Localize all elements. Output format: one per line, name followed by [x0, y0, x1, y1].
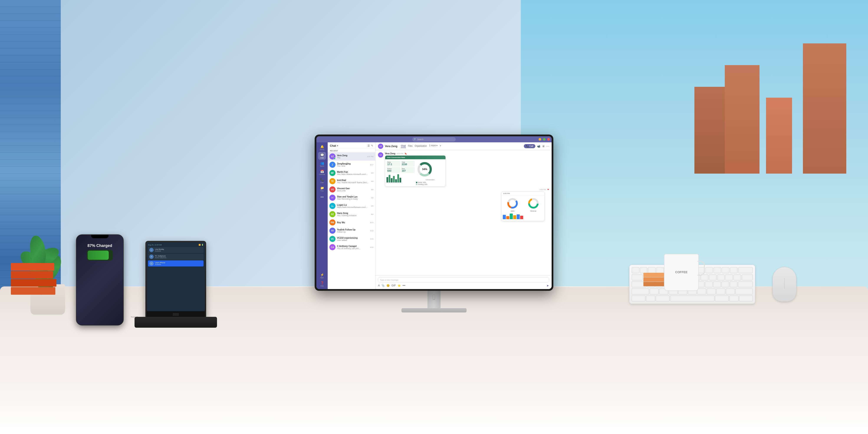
sidebar-item-more[interactable]: ••• [318, 193, 326, 201]
chat-item-martin-fan[interactable]: MF Martin Fan You: https://teams.microso… [328, 169, 375, 177]
chart-time: 3:55 PM [503, 192, 510, 194]
book-3 [11, 279, 56, 287]
chat-item-stan-yanjin[interactable]: SY Stan and Yanjin Lyu Stan Recording is… [328, 193, 375, 202]
chat-preview: You: Hi Anthony, can you... [337, 247, 369, 250]
avatar-roy-wu: RW [330, 219, 336, 225]
chat-header: VZ Vera Zeng Chat Files Organization 1 m… [375, 142, 552, 150]
tab-chat[interactable]: Chat [401, 144, 406, 148]
avatar-yealink-followup: YF [330, 228, 336, 234]
panel-title: Chat ▾ [330, 144, 338, 147]
books-stack-left [11, 263, 56, 295]
attach-button[interactable]: 📎 [381, 284, 385, 287]
device-contact-item-3[interactable]: L Lisa's iPhone Available [148, 260, 204, 267]
sidebar-item-calls[interactable]: 📞 Calls [318, 177, 326, 184]
msg-sender-name: Vera Zeng [385, 152, 395, 155]
iphone-notch [91, 235, 108, 238]
chat-preview: Follow Up [337, 231, 369, 233]
avatar-stan-yanjin: SY [330, 195, 336, 201]
device-contact-item-2[interactable]: P PC Softphone Active softphone... [148, 254, 204, 260]
iphone-screen: 87% Charged [87, 244, 113, 262]
speaker-hole-2 [174, 313, 174, 316]
key [650, 288, 659, 294]
chat-info-roy-wu: Roy Wu [337, 221, 369, 224]
chat-item-hans-zeng[interactable]: HZ Hans Zeng You: Training invitation 6/… [328, 210, 375, 218]
chat-info-zengfangjing: Zengfangjing You: vera [337, 162, 369, 167]
more-options-button[interactable]: ⋯ [547, 145, 549, 148]
message-group-2: 3:55 PM ❤ 3:55 PM [378, 188, 549, 221]
minimize-button[interactable] [538, 138, 541, 141]
chat-item-zengfangjing[interactable]: Z Zengfangjing You: vera 6/17 [328, 161, 375, 169]
sticker-button[interactable]: ⭐ [398, 284, 401, 287]
chat-item-test-final[interactable]: TF test-final You: Yealink Microsoft Tea… [328, 177, 375, 185]
key [632, 267, 639, 273]
chat-item-vc210[interactable]: VC VC210 experiencing User added 4/13 [328, 235, 375, 243]
sidebar-item-apps[interactable]: ⚡ Apps [318, 272, 326, 279]
bookmark-icon: 🔖 [404, 153, 407, 155]
speaker-hole-5 [177, 313, 177, 316]
more-tools-button[interactable]: ••• [403, 284, 405, 287]
chevron-down-icon: ▾ [337, 145, 338, 147]
device-contact-info-3: Lisa's iPhone Available [155, 262, 165, 265]
main-chat-area: VZ Vera Zeng Chat Files Organization 1 m… [375, 142, 552, 289]
sidebar-item-chat[interactable]: 💬 Chat [318, 152, 326, 160]
chat-time: 4/13 [370, 246, 373, 248]
avatar-zengfangjing: Z [330, 162, 336, 168]
sidebar-item-help[interactable]: ❓ Help [318, 280, 326, 288]
chat-name: C Anthony Caragol [337, 245, 369, 247]
tab-organization[interactable]: Organization [415, 144, 427, 148]
add-tab-button[interactable]: + [440, 144, 441, 148]
calendar-icon: 📅 [320, 170, 324, 173]
chat-info-yealink-followup: Yealink Follow Up Follow Up [337, 228, 369, 233]
chat-preview: Stan Recording is ready [337, 198, 370, 200]
avatar-martin-fan: MF [330, 170, 336, 176]
key [725, 274, 733, 280]
chat-item-vera-zeng[interactable]: VZ Vera Zeng Thu 3:57 PM [328, 152, 375, 161]
chat-info-vera-zeng: Vera Zeng Thu [337, 154, 365, 159]
filter-button[interactable]: ☰ [368, 144, 370, 147]
msg-header-2: 3:55 PM ❤ [501, 188, 549, 191]
msg-time: 3:55 PM [397, 153, 403, 155]
device-contact-status-3: Available [155, 264, 165, 265]
chat-name: Stan and Yanjin Lyu [337, 195, 370, 198]
sidebar-item-activity[interactable]: 🔔 Activity [318, 144, 326, 152]
device-contact-avatar-2: P [149, 254, 154, 259]
sidebar-item-calendar[interactable]: 📅 Calendar [318, 168, 326, 176]
message-input-box[interactable]: Type a new message [378, 277, 549, 282]
avatar-vera-zeng: VZ [330, 153, 336, 159]
chat-time: 3:57 PM [367, 156, 373, 158]
device-contact-item-1[interactable]: L Lisa Bootby Available [148, 247, 204, 253]
tab-files[interactable]: Files [408, 144, 412, 148]
maximize-button[interactable] [543, 138, 546, 141]
ctrl-key [632, 295, 645, 302]
chat-item-logan-lu[interactable]: LL Logan Lu https://web.microsoftstream.… [328, 202, 375, 210]
sidebar-item-files[interactable]: 📁 Files [318, 185, 326, 193]
teams-search-bar[interactable]: 🔍 Search [412, 137, 456, 142]
gif-button[interactable]: GIF [392, 284, 396, 287]
chat-item-roy-wu[interactable]: RW Roy Wu 5/19 [328, 218, 375, 226]
battery-bar [87, 250, 113, 260]
chat-time: 6/17 [370, 164, 373, 166]
screen-share-button[interactable]: 🖥 [542, 145, 545, 148]
chat-info-vc210: VC210 experiencing User added [337, 237, 369, 241]
mouse[interactable] [773, 267, 796, 302]
key [706, 267, 713, 273]
chat-item-yealink-followup[interactable]: YF Yealink Follow Up Follow Up 4/13 [328, 226, 375, 235]
chart-header: User Conversion Rate [385, 156, 445, 159]
format-button[interactable]: A [378, 284, 380, 287]
chat-item-vincent-gao[interactable]: VG Vincent Gao Sent a file 6/8 [328, 185, 375, 193]
chat-item-c-anthony[interactable]: CA C Anthony Caragol You: Hi Anthony, ca… [328, 243, 375, 251]
files-icon: 📁 [320, 186, 324, 190]
sidebar-item-teams[interactable]: 👥 Teams [318, 160, 326, 168]
msg-header-1: Vera Zeng 3:55 PM 🔖 [385, 152, 549, 155]
send-button[interactable]: ➤ [547, 284, 549, 287]
building-2 [766, 98, 792, 174]
chat-preview: Sent a file [337, 190, 370, 192]
call-button[interactable]: 📞 Call [524, 144, 535, 148]
coffee-mug: COFFEE [664, 254, 699, 291]
emoji-button[interactable]: 😊 [386, 284, 390, 287]
tab-more[interactable]: 1 more ▾ [429, 144, 437, 148]
video-button[interactable]: 📹 [537, 145, 540, 148]
new-chat-button[interactable]: ✎ [371, 144, 373, 147]
monitor-screen: 🔍 Search 🔔 Activity [316, 136, 552, 289]
close-button[interactable] [547, 138, 550, 141]
